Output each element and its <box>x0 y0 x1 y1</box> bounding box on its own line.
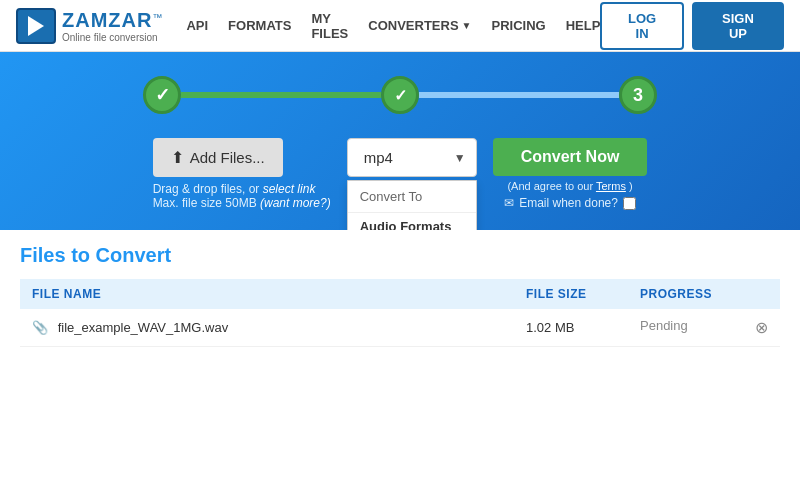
file-size-cell: 1.02 MB <box>514 309 628 347</box>
logo-text-block: ZAMZAR™ Online file conversion <box>62 9 162 43</box>
audio-section-title: Audio Formats <box>348 213 476 230</box>
upload-icon: ⬆ <box>171 148 184 167</box>
file-attachment-icon: 📎 <box>32 320 48 335</box>
table-body: 📎 file_example_WAV_1MG.wav 1.02 MB Pendi… <box>20 309 780 347</box>
login-button[interactable]: LOG IN <box>600 2 684 50</box>
file-progress-cell: Pending ⊗ <box>628 309 780 347</box>
title-highlight: Convert <box>96 244 172 266</box>
nav-help[interactable]: HELP <box>566 18 601 33</box>
logo-icon <box>16 8 56 44</box>
step-1-check: ✓ <box>155 84 170 106</box>
header: ZAMZAR™ Online file conversion API FORMA… <box>0 0 800 52</box>
email-row: ✉ Email when done? <box>504 196 636 210</box>
header-buttons: LOG IN SIGN UP <box>600 2 784 50</box>
select-arrow-icon: ▼ <box>454 151 466 165</box>
files-section: Files to Convert FILE NAME FILE SIZE PRO… <box>0 230 800 347</box>
terms-text: (And agree to our Terms ) <box>507 180 632 192</box>
file-format-cell <box>362 309 514 347</box>
email-icon: ✉ <box>504 196 514 210</box>
th-progress: PROGRESS <box>628 279 780 309</box>
email-checkbox[interactable] <box>623 197 636 210</box>
signup-button[interactable]: SIGN UP <box>692 2 784 50</box>
step-2-circle: ✓ <box>381 76 419 114</box>
step-3-circle: 3 <box>619 76 657 114</box>
nav-my-files[interactable]: MY FILES <box>311 11 348 41</box>
table-header: FILE NAME FILE SIZE PROGRESS <box>20 279 780 309</box>
drag-drop-text: Drag & drop files, or select link <box>153 182 316 196</box>
file-size-text: Max. file size 50MB (want more?) <box>153 196 331 210</box>
converters-arrow-icon: ▼ <box>462 20 472 31</box>
files-table: FILE NAME FILE SIZE PROGRESS 📎 file_exam… <box>20 279 780 347</box>
convert-now-area: Convert Now (And agree to our Terms ) ✉ … <box>493 138 648 210</box>
progress-icon: ⊗ <box>755 318 768 337</box>
step-line-1 <box>181 92 381 98</box>
files-title: Files to Convert <box>20 244 780 267</box>
th-format <box>362 279 514 309</box>
th-file-name: FILE NAME <box>20 279 362 309</box>
table-row: 📎 file_example_WAV_1MG.wav 1.02 MB Pendi… <box>20 309 780 347</box>
dropdown-header: Convert To <box>348 181 476 213</box>
file-name-text: file_example_WAV_1MG.wav <box>58 320 229 335</box>
format-select-button[interactable]: mp4 ▼ <box>347 138 477 177</box>
file-name-cell: 📎 file_example_WAV_1MG.wav <box>20 309 362 347</box>
step-2-check: ✓ <box>394 86 407 105</box>
format-dropdown-menu: Convert To Audio Formats aac ac3 flac m4… <box>347 180 477 230</box>
step-1-circle: ✓ <box>143 76 181 114</box>
logo-area: ZAMZAR™ Online file conversion <box>16 8 162 44</box>
logo-name: ZAMZAR™ <box>62 9 162 32</box>
step-line-2 <box>419 92 619 98</box>
format-dropdown-wrapper: mp4 ▼ Convert To Audio Formats aac ac3 f… <box>347 138 477 177</box>
add-files-button[interactable]: ⬆ Add Files... <box>153 138 283 177</box>
select-link[interactable]: select link <box>263 182 316 196</box>
convert-now-button[interactable]: Convert Now <box>493 138 648 176</box>
converter-controls: ⬆ Add Files... Drag & drop files, or sel… <box>20 138 780 210</box>
selected-format: mp4 <box>364 149 393 166</box>
nav-api[interactable]: API <box>186 18 208 33</box>
terms-link[interactable]: Terms <box>596 180 626 192</box>
want-more-link[interactable]: (want more?) <box>260 196 331 210</box>
main-nav: API FORMATS MY FILES CONVERTERS ▼ PRICIN… <box>186 11 600 41</box>
status-pending-text: Pending <box>640 318 688 333</box>
nav-formats[interactable]: FORMATS <box>228 18 291 33</box>
th-file-size: FILE SIZE <box>514 279 628 309</box>
step-3-number: 3 <box>633 85 643 106</box>
nav-pricing[interactable]: PRICING <box>491 18 545 33</box>
nav-converters[interactable]: CONVERTERS ▼ <box>368 18 471 33</box>
logo-tagline: Online file conversion <box>62 32 162 43</box>
add-files-area: ⬆ Add Files... Drag & drop files, or sel… <box>153 138 331 210</box>
hero-section: ✓ ✓ 3 ⬆ Add Files... Drag & drop files, … <box>0 52 800 230</box>
steps-bar: ✓ ✓ 3 <box>20 68 780 122</box>
